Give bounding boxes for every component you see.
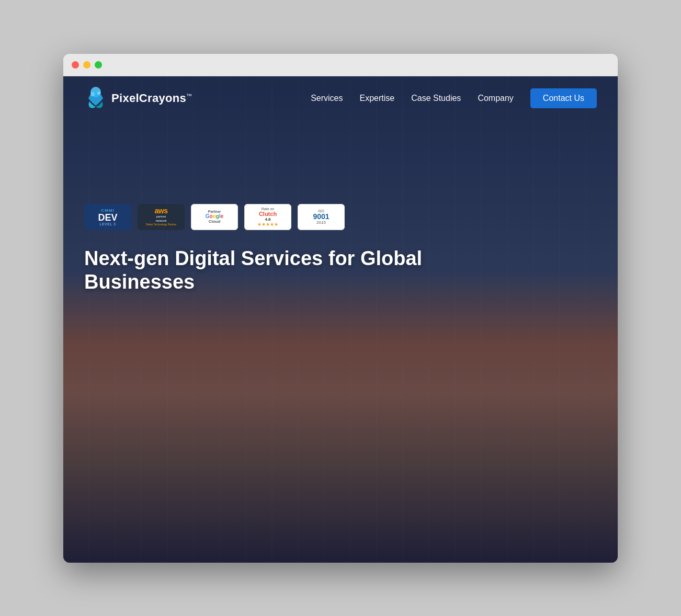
hero-heading: Next-gen Digital Services for Global Bus…: [84, 247, 450, 294]
gcp-cloud-label: Cloud: [209, 219, 221, 224]
nav-expertise[interactable]: Expertise: [360, 94, 395, 103]
maximize-button[interactable]: [95, 61, 102, 69]
logo-text: PixelCrayons™: [111, 92, 192, 105]
hero-section: CMMI DEV LEVEL 3 aws partnernetworkSelec…: [63, 120, 618, 315]
clutch-rating-value: 4.8: [265, 217, 270, 222]
aws-sub-text: partnernetworkSelect Technology Partner: [146, 215, 176, 227]
minimize-button[interactable]: [83, 61, 90, 69]
gcp-partner-label: Partner: [208, 210, 221, 213]
badge-clutch: Rate on Clutch 4.8 ★★★★★: [244, 204, 291, 230]
badge-cmmi: CMMI DEV LEVEL 3: [84, 204, 131, 230]
badge-gcp: Partner Google Cloud: [191, 204, 238, 230]
iso-main-number: 9001: [313, 213, 329, 220]
clutch-name-label: Clutch: [259, 211, 277, 217]
iso-year-label: 2015: [316, 220, 326, 225]
nav-case-studies[interactable]: Case Studies: [411, 94, 461, 103]
cmmi-level-label: LEVEL 3: [100, 222, 116, 226]
nav-links: Services Expertise Case Studies Company …: [311, 88, 597, 108]
badges-row: CMMI DEV LEVEL 3 aws partnernetworkSelec…: [84, 204, 597, 230]
svg-point-2: [97, 92, 100, 95]
browser-window: PixelCrayons™ Services Expertise Case St…: [63, 54, 618, 563]
logo-area: PixelCrayons™: [84, 87, 192, 110]
website-content: PixelCrayons™ Services Expertise Case St…: [63, 76, 618, 563]
browser-chrome: [63, 54, 618, 76]
aws-logo-text: aws: [155, 207, 168, 215]
close-button[interactable]: [72, 61, 79, 69]
svg-point-1: [90, 92, 95, 96]
nav-company[interactable]: Company: [478, 94, 513, 103]
cmmi-main-label: DEV: [98, 213, 117, 222]
badge-iso: ISO 9001 2015: [298, 204, 345, 230]
navbar: PixelCrayons™ Services Expertise Case St…: [63, 76, 618, 120]
clutch-rate-label: Rate on: [262, 207, 275, 211]
badge-aws: aws partnernetworkSelect Technology Part…: [138, 204, 185, 230]
contact-us-button[interactable]: Contact Us: [530, 88, 597, 108]
clutch-stars: ★★★★★: [257, 222, 278, 227]
nav-services[interactable]: Services: [311, 94, 343, 103]
logo-icon: [84, 87, 107, 110]
gcp-logo-text: Google: [206, 213, 223, 219]
